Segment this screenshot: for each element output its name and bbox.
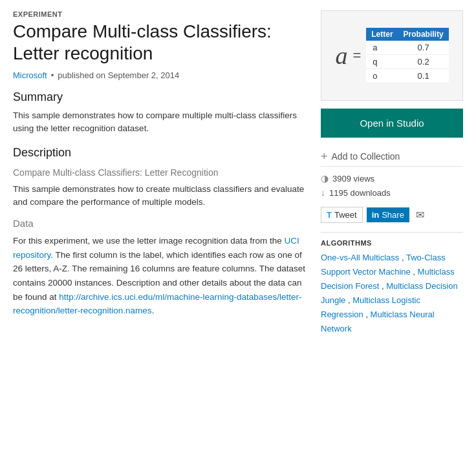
tweet-label: Tweet (334, 210, 357, 220)
downloads-stat: ↓ 1195 downloads (321, 187, 463, 198)
preview-box: a = Letter Probability a 0.7 (321, 10, 463, 101)
stats-section: ◑ 3909 views ↓ 1195 downloads (321, 173, 463, 198)
desc-subtitle: Compare Multi-class Classifiers: Letter … (13, 167, 308, 178)
algorithms-links: One-vs-All Multiclass , Two-Class Suppor… (321, 251, 463, 337)
tweet-button[interactable]: T Tweet (321, 207, 363, 223)
download-icon: ↓ (321, 187, 325, 198)
mail-icon: ✉ (416, 209, 424, 220)
desc-text: This sample demonstrates how to create m… (13, 183, 308, 209)
probability-table: Letter Probability a 0.7 q 0.2 (366, 28, 448, 83)
data-text-end: . (152, 306, 155, 315)
description-heading: Description (13, 146, 308, 160)
right-panel: a = Letter Probability a 0.7 (321, 10, 463, 337)
twitter-icon: T (327, 210, 332, 220)
views-count: 3909 views (332, 174, 374, 184)
table-cell-prob: 0.2 (398, 55, 449, 69)
table-cell-letter: q (366, 55, 398, 69)
meta-line: Microsoft • published on September 2, 20… (13, 70, 308, 80)
views-stat: ◑ 3909 views (321, 173, 463, 184)
author-link[interactable]: Microsoft (13, 70, 47, 80)
open-studio-button[interactable]: Open in Studio (321, 109, 463, 138)
table-header-letter: Letter (366, 28, 398, 41)
table-header-probability: Probability (398, 28, 449, 41)
algorithms-section: ALGORITHMS One-vs-All Multiclass , Two-C… (321, 232, 463, 337)
algorithms-label: ALGORITHMS (321, 239, 463, 247)
meta-dot: • (51, 70, 54, 80)
page-title: Compare Multi-class Classifiers: Letter … (13, 21, 308, 64)
table-cell-prob: 0.1 (398, 69, 449, 83)
table-cell-prob: 0.7 (398, 41, 449, 55)
plus-icon: + (321, 151, 328, 162)
preview-letter: a (335, 41, 347, 70)
preview-equals: = (352, 47, 361, 64)
algorithm-link-1[interactable]: One-vs-All Multiclass (321, 253, 399, 262)
data-heading: Data (13, 218, 308, 229)
summary-text: This sample demonstrates how to compare … (13, 109, 308, 136)
left-panel: EXPERIMENT Compare Multi-class Classifie… (13, 10, 308, 337)
experiment-label: EXPERIMENT (13, 10, 308, 18)
eye-icon: ◑ (321, 173, 329, 184)
published-date: published on September 2, 2014 (58, 70, 179, 80)
data-paragraph: For this experiment, we use the letter i… (13, 234, 308, 318)
linkedin-icon: in (372, 210, 380, 220)
social-row: T Tweet in Share ✉ (321, 207, 463, 223)
table-row: o 0.1 (366, 69, 448, 83)
downloads-count: 1195 downloads (329, 188, 391, 198)
table-row: a 0.7 (366, 41, 448, 55)
preview-inner: a = Letter Probability a 0.7 (335, 28, 448, 83)
share-label: Share (382, 210, 404, 220)
table-row: q 0.2 (366, 55, 448, 69)
data-text-1: For this experiment, we use the letter i… (13, 236, 284, 246)
summary-heading: Summary (13, 90, 308, 104)
table-cell-letter: a (366, 41, 398, 55)
share-button[interactable]: in Share (367, 207, 409, 222)
table-cell-letter: o (366, 69, 398, 83)
add-collection-button[interactable]: + Add to Collection (321, 147, 463, 167)
add-collection-label: Add to Collection (332, 151, 400, 162)
email-button[interactable]: ✉ (413, 207, 427, 222)
